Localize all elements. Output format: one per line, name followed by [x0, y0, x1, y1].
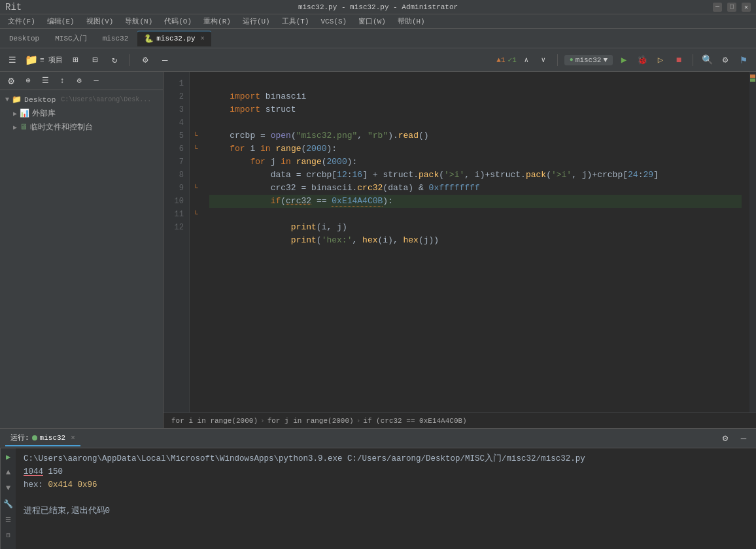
title-bar-left: Rit	[5, 2, 22, 12]
sidebar-close-icon[interactable]: —	[89, 74, 103, 88]
menu-file[interactable]: 文件(F)	[3, 15, 41, 27]
close-panel-icon[interactable]: —	[158, 53, 172, 67]
breadcrumb-item-1[interactable]: for i in range(2000)	[171, 417, 258, 425]
collapse-warnings-icon[interactable]: ∨	[536, 53, 551, 67]
terminal-up-btn[interactable]: ▲	[3, 467, 14, 478]
sidebar-toggle-icon[interactable]: ☰	[5, 53, 20, 67]
warning-marker	[750, 75, 755, 78]
title-bar-title: misc32.py - misc32.py - Administrator	[298, 3, 458, 11]
gutter-6: └	[190, 142, 201, 156]
line-2: import struct	[209, 105, 296, 114]
terminal-close-icon[interactable]: —	[736, 431, 751, 446]
run-button[interactable]: ▶	[617, 53, 631, 67]
terminal-tabs-right: ⚙ —	[718, 431, 751, 446]
warning-icon: ▲1	[496, 56, 505, 64]
line-num-1: 1	[163, 77, 184, 90]
minimize-button[interactable]: ─	[713, 3, 722, 12]
line-5: for i in range(2000):	[209, 144, 337, 154]
search-button[interactable]: 🔍	[700, 53, 714, 67]
settings-main-icon[interactable]: ⚙	[718, 53, 732, 67]
terminal-play-btn[interactable]: ▶	[3, 451, 14, 463]
python-file-icon: 🐍	[144, 34, 154, 44]
debug-button[interactable]: 🐞	[635, 53, 649, 67]
terminal-tab-label: misc32	[40, 434, 66, 442]
line-8: crc32 = binascii.crc32(data) & 0xfffffff…	[209, 183, 480, 193]
expand-icon[interactable]: ⊞	[68, 53, 82, 67]
toolbar-left: ☰ 📁 ≡ 项目 ⊞ ⊟ ↻ ⚙ —	[5, 53, 172, 67]
sidebar-item-desktop[interactable]: ▼ 📁 Desktop C:\Users\aarong\Desk...	[0, 93, 163, 107]
terminal-wrench-btn[interactable]: 🔧	[3, 498, 14, 510]
code-content[interactable]: import binascii import struct crcbp = op…	[201, 72, 749, 412]
menu-help[interactable]: 帮助(H)	[392, 15, 430, 27]
line-1: import binascii	[209, 92, 306, 101]
maximize-button[interactable]: □	[727, 3, 736, 12]
line-num-7: 7	[163, 156, 184, 169]
toolbar: ☰ 📁 ≡ 项目 ⊞ ⊟ ↻ ⚙ — ▲1 ✓1 ∧ ∨ ● misc32 ▼ …	[0, 48, 756, 72]
title-bar-controls: ─ □ ✕	[713, 3, 751, 12]
gutter-5: └	[190, 129, 201, 142]
sync-icon[interactable]: ↻	[107, 53, 122, 67]
tab-misc32-label: misc32	[103, 35, 129, 42]
sidebar-settings-icon[interactable]: ⚙	[4, 74, 18, 88]
sidebar-btn-2[interactable]: ☰	[38, 74, 52, 88]
terminal-tab-run[interactable]: 运行: misc32 ×	[5, 430, 80, 446]
sidebar-item-external-libs[interactable]: ▶ 📊 外部库	[0, 107, 163, 120]
line-num-2: 2	[163, 90, 184, 103]
external-libs-icon: 📊	[20, 108, 29, 118]
menu-refactor[interactable]: 重构(R)	[198, 15, 236, 27]
sidebar-item-temp-files[interactable]: ▶ 🖥 临时文件和控制台	[0, 120, 163, 134]
tab-desktop[interactable]: Desktop	[3, 32, 46, 45]
collapse-icon[interactable]: ⊟	[88, 53, 102, 67]
menu-tools[interactable]: 工具(T)	[277, 15, 315, 27]
close-button[interactable]: ✕	[742, 3, 751, 12]
breadcrumb-item-2[interactable]: for j in range(2000)	[267, 417, 354, 425]
tab-misc32[interactable]: misc32	[96, 32, 135, 45]
terminal-exit-line: 进程已结束,退出代码0	[24, 505, 748, 518]
menu-window[interactable]: 窗口(W)	[353, 15, 391, 27]
warning-badge: ▲1 ✓1 ∧ ∨	[496, 53, 550, 67]
ok-icon: ✓1	[508, 56, 517, 64]
menu-navigate[interactable]: 导航(N)	[120, 15, 158, 27]
code-breadcrumb: for i in range(2000) › for j in range(20…	[163, 412, 756, 428]
scrollbar-indicator	[749, 72, 756, 412]
gutter-9: └	[190, 182, 201, 195]
tab-desktop-label: Desktop	[9, 35, 39, 42]
project-label[interactable]: 📁 ≡ 项目	[25, 54, 63, 67]
app-icon: Rit	[5, 2, 22, 12]
desktop-folder-icon: 📁	[12, 95, 22, 105]
tab-misc-intro[interactable]: MISC入门	[48, 31, 93, 46]
sidebar-btn-1[interactable]: ⊕	[21, 74, 35, 88]
sidebar-config-icon[interactable]: ⚙	[72, 74, 86, 88]
terminal-tab-close-icon[interactable]: ×	[71, 434, 75, 442]
run-config-dropdown[interactable]: ● misc32 ▼	[564, 55, 613, 65]
terminal-down-btn[interactable]: ▼	[3, 482, 14, 494]
gutter-2	[190, 90, 201, 103]
menu-edit[interactable]: 编辑(E)	[42, 15, 80, 27]
stop-button[interactable]: ■	[672, 53, 686, 67]
main-layout: ⚙ ⊕ ☰ ↕ ⚙ — ▼ 📁 Desktop C:\Users\aarong\…	[0, 72, 756, 428]
terminal-layout-btn[interactable]: ☰	[3, 514, 14, 525]
settings-icon[interactable]: ⚙	[138, 53, 152, 67]
tab-misc-intro-label: MISC入门	[55, 33, 86, 43]
menu-code[interactable]: 代码(O)	[159, 15, 197, 27]
menu-run[interactable]: 运行(U)	[237, 15, 275, 27]
breadcrumb-item-3[interactable]: if (crc32 == 0xE14A4C0B)	[363, 417, 466, 425]
terminal-settings-icon[interactable]: ⚙	[718, 431, 732, 446]
menu-bar: 文件(F) 编辑(E) 视图(V) 导航(N) 代码(O) 重构(R) 运行(U…	[0, 14, 756, 29]
terminal-output[interactable]: C:\Users\aarong\AppData\Local\Microsoft\…	[16, 448, 756, 549]
menu-vcs[interactable]: VCS(S)	[316, 16, 352, 27]
run-label: 运行:	[10, 433, 29, 442]
coverage-button[interactable]: ▷	[653, 53, 668, 67]
terminal-layout-btn2[interactable]: ⊟	[3, 529, 14, 541]
more-button[interactable]: ⚑	[736, 53, 751, 67]
menu-view[interactable]: 视图(V)	[81, 15, 119, 27]
terminal-panel: 运行: misc32 × ⚙ — ▶ ▲ ▼ 🔧 ☰ ⊟ C:\Users\aa…	[0, 428, 756, 549]
line-num-11: 11	[163, 208, 184, 221]
tab-misc32-py[interactable]: 🐍 misc32.py ×	[137, 31, 211, 46]
tab-close-icon[interactable]: ×	[201, 35, 205, 42]
line-num-5: 5	[163, 129, 184, 142]
tab-misc32-py-label: misc32.py	[156, 35, 195, 42]
line-num-10: 10	[163, 195, 184, 208]
expand-warnings-icon[interactable]: ∧	[519, 53, 534, 67]
sidebar-btn-3[interactable]: ↕	[55, 74, 69, 88]
